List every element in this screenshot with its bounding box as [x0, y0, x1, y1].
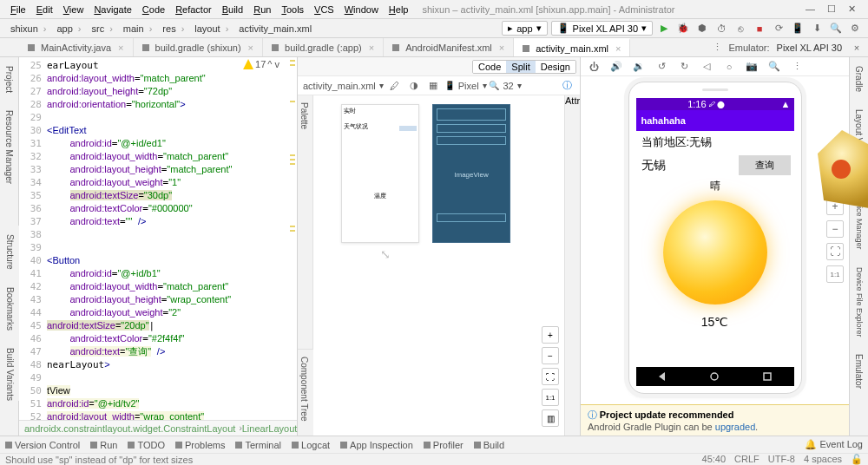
menu-edit[interactable]: Edit — [31, 3, 58, 16]
code-area[interactable]: earLayout android:layout_width="match_pa… — [47, 57, 288, 436]
zoom-11-button[interactable]: 1:1 — [542, 389, 559, 406]
run-button[interactable]: ▶ — [656, 21, 672, 36]
crumb-shixun[interactable]: shixun — [5, 23, 51, 35]
debug-button[interactable]: 🐞 — [675, 21, 691, 36]
editor-breadcrumbs[interactable]: androidx.constraintlayout.widget.Constra… — [19, 420, 297, 436]
settings-icon[interactable]: ⚙ — [847, 21, 863, 36]
tool-terminal[interactable]: Terminal — [235, 440, 281, 450]
profile-button[interactable]: ⏱ — [713, 21, 729, 36]
zoom-out-button[interactable]: − — [542, 347, 559, 364]
emulator-close-icon[interactable]: × — [849, 40, 865, 56]
menu-file[interactable]: File — [5, 3, 31, 16]
nav-recent-icon[interactable] — [763, 372, 772, 381]
resize-handle-icon[interactable]: ⤡ — [380, 247, 391, 261]
event-log-button[interactable]: 🔔 Event Log — [805, 439, 863, 450]
menu-tools[interactable]: Tools — [276, 3, 309, 16]
mode-design[interactable]: Design — [536, 61, 575, 73]
zoom-in-button[interactable]: + — [542, 326, 559, 344]
crumb-layout[interactable]: layout — [189, 23, 233, 35]
phone-screen[interactable]: 1:16 🖊 ⬤ ▲ hahahaha 当前地区:无锡 无锡 查询 晴 15℃ — [636, 98, 794, 386]
pan-button[interactable]: ▥ — [542, 409, 559, 427]
mode-code[interactable]: Code — [473, 61, 506, 73]
emu-volup-icon[interactable]: 🔊 — [608, 59, 624, 75]
inspection-badge[interactable]: 17 ^ v — [243, 59, 279, 69]
emu-zoom-11[interactable]: 1:1 — [826, 265, 844, 283]
menu-window[interactable]: Window — [339, 3, 384, 16]
nav-back-icon[interactable] — [658, 372, 667, 381]
tool-version-control[interactable]: Version Control — [5, 440, 80, 450]
tab-mainactivity-java[interactable]: MainActivity.java× — [19, 38, 134, 56]
crumb-app[interactable]: app — [51, 23, 86, 35]
menu-navigate[interactable]: Navigate — [89, 3, 136, 16]
run-config-dropdown[interactable]: ▸ app ▾ — [502, 21, 547, 36]
emu-zoom-fit[interactable]: ⛶ — [826, 243, 844, 260]
emu-voldown-icon[interactable]: 🔉 — [631, 59, 647, 75]
menu-refactor[interactable]: Refactor — [170, 3, 217, 16]
nav-home-icon[interactable] — [710, 372, 719, 381]
tool-profiler[interactable]: Profiler — [424, 440, 464, 450]
indent-setting[interactable]: 4 spaces — [804, 454, 842, 465]
close-icon[interactable]: ✕ — [848, 3, 856, 15]
menu-code[interactable]: Code — [137, 3, 170, 16]
emu-rotate-left-icon[interactable]: ↺ — [654, 59, 669, 75]
attributes-strip[interactable]: Attributes — [564, 95, 580, 436]
update-banner[interactable]: ⓘ Project update recommended Android Gra… — [581, 404, 849, 436]
sync-button[interactable]: ⟳ — [771, 21, 786, 36]
tool-logcat[interactable]: Logcat — [292, 440, 330, 450]
tool-run[interactable]: Run — [90, 440, 117, 450]
close-icon[interactable]: × — [615, 43, 621, 54]
attach-button[interactable]: ⎋ — [733, 21, 748, 36]
tool-emulator[interactable]: Emulator — [854, 354, 864, 389]
close-icon[interactable]: × — [499, 43, 504, 53]
search-icon[interactable]: 🔍 — [828, 21, 844, 36]
minimize-icon[interactable]: — — [806, 3, 815, 15]
emu-rotate-right-icon[interactable]: ↻ — [676, 59, 692, 75]
tab-androidmanifest-xml[interactable]: AndroidManifest.xml× — [384, 38, 514, 56]
emu-screenshot-icon[interactable]: 📷 — [744, 59, 760, 75]
line-separator[interactable]: CRLF — [734, 454, 760, 465]
component-tree-strip[interactable]: Component Tree — [298, 349, 313, 436]
file-encoding[interactable]: UTF-8 — [768, 454, 795, 465]
zoom-fit-button[interactable]: ⛶ — [542, 368, 559, 385]
readonly-icon[interactable]: 🔓 — [851, 454, 863, 465]
emu-home-icon[interactable]: ○ — [721, 59, 737, 75]
tool-app-inspection[interactable]: App Inspection — [340, 440, 413, 450]
city-input[interactable]: 无锡 — [640, 156, 739, 175]
tool-project[interactable]: Project — [4, 66, 14, 93]
close-icon[interactable]: × — [369, 43, 374, 53]
emu-zoom-out[interactable]: − — [826, 220, 844, 238]
tool-gradle[interactable]: Gradle — [854, 66, 864, 92]
menu-view[interactable]: View — [58, 3, 89, 16]
crumb-src[interactable]: src — [87, 23, 118, 35]
orientation-icon[interactable]: 🖊 — [387, 78, 403, 94]
tool-problems[interactable]: Problems — [175, 440, 225, 450]
close-icon[interactable]: × — [248, 43, 253, 53]
maximize-icon[interactable]: ☐ — [827, 3, 836, 15]
design-info-icon[interactable]: ⓘ — [559, 78, 575, 94]
mode-split[interactable]: Split — [506, 61, 535, 73]
tool-resource-manager[interactable]: Resource Manager — [4, 110, 14, 184]
menu-build[interactable]: Build — [217, 3, 248, 16]
menu-help[interactable]: Help — [384, 3, 414, 16]
stop-button[interactable]: ■ — [752, 21, 767, 36]
menu-vcs[interactable]: VCS — [309, 3, 339, 16]
crumb-activity_main.xml[interactable]: activity_main.xml — [233, 23, 317, 35]
layout-decor-icon[interactable]: ▦ — [425, 78, 441, 94]
design-zoom[interactable]: 32 — [503, 81, 513, 91]
tool-structure[interactable]: Structure — [5, 234, 15, 270]
query-button[interactable]: 查询 — [739, 155, 791, 175]
design-device[interactable]: Pixel — [458, 81, 479, 91]
tabs-menu-icon[interactable]: ⋮ — [710, 40, 726, 56]
theme-icon[interactable]: ◑ — [406, 78, 422, 94]
tool-build[interactable]: Build — [474, 440, 504, 450]
design-file-label[interactable]: activity_main.xml — [303, 81, 376, 91]
design-preview[interactable]: 实时 天气状况 温度 — [341, 104, 419, 243]
tab-build-gradle-shixun-[interactable]: build.gradle (shixun)× — [134, 38, 264, 56]
tool-build-variants[interactable]: Build Variants — [5, 348, 15, 401]
upgrade-link[interactable]: upgraded — [715, 422, 756, 432]
caret-position[interactable]: 45:40 — [702, 454, 727, 465]
crumb-main[interactable]: main — [118, 23, 158, 35]
menu-run[interactable]: Run — [248, 3, 276, 16]
blueprint-preview[interactable]: ImageView — [432, 104, 510, 243]
emu-more-icon[interactable]: ⋮ — [789, 59, 805, 75]
